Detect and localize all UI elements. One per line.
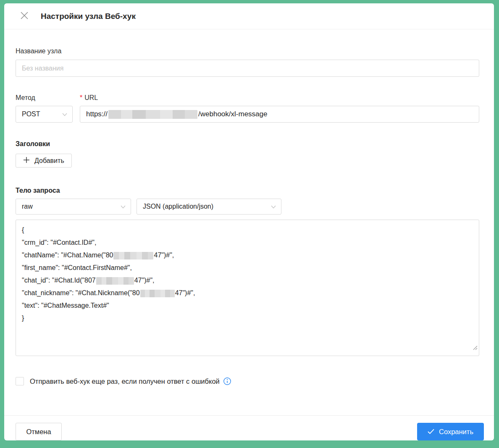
url-label: *URL [80, 94, 479, 102]
dialog-header: Настройки узла Веб-хук [4, 3, 494, 29]
node-name-label: Название узла [16, 47, 479, 55]
method-select[interactable]: POST [16, 106, 73, 123]
chevron-down-icon [62, 110, 67, 118]
content-type-select[interactable]: JSON (application/json) [137, 199, 281, 215]
url-column: *URL https:///webhook/xl-message [80, 94, 479, 123]
dialog-footer: Отмена Сохранить [4, 416, 494, 440]
node-name-input[interactable] [16, 60, 479, 77]
body-format-select-value: raw [22, 203, 33, 210]
redacted-text [96, 277, 134, 285]
body-line: } [22, 312, 473, 325]
method-label: Метод [16, 94, 73, 102]
body-line: { [22, 224, 473, 236]
body-line: "first_name": "#Contact.FirstName#", [22, 262, 473, 274]
body-line: "crm_id": "#Contact.ID#", [22, 236, 473, 249]
resize-handle[interactable] [473, 342, 478, 354]
save-button[interactable]: Сохранить [417, 423, 484, 440]
request-body-label: Тело запроса [16, 187, 479, 194]
chevron-down-icon [121, 203, 126, 210]
body-line: "chat_nickname": "#Chat.Nickname("8047")… [22, 287, 473, 299]
body-line: "chatName": "#Chat.Name("8047")#", [22, 249, 473, 262]
plus-icon [23, 157, 30, 165]
body-format-select[interactable]: raw [16, 199, 131, 215]
redacted-text [108, 110, 197, 119]
url-value-suffix: /webhook/xl-message [198, 110, 267, 118]
dialog-content: Название узла Метод POST *URL https:///w… [4, 29, 494, 406]
add-header-button-label: Добавить [34, 157, 64, 165]
check-icon [428, 428, 434, 436]
webhook-node-settings-dialog: Настройки узла Веб-хук Название узла Мет… [4, 3, 494, 440]
body-line: "text": "#ChatMessage.Text#" [22, 299, 473, 312]
required-asterisk: * [80, 94, 82, 101]
add-header-button[interactable]: Добавить [16, 154, 72, 168]
close-button[interactable] [18, 10, 31, 23]
url-input[interactable]: https:///webhook/xl-message [80, 106, 479, 123]
retry-checkbox[interactable] [16, 377, 24, 385]
info-icon[interactable] [223, 377, 231, 385]
retry-checkbox-label: Отправить веб-хук еще раз, если получен … [30, 377, 220, 385]
close-icon [20, 11, 29, 21]
url-value-prefix: https:// [86, 110, 108, 118]
dialog-title: Настройки узла Веб-хук [41, 12, 136, 21]
save-button-label: Сохранить [439, 428, 473, 436]
cancel-button[interactable]: Отмена [16, 423, 62, 440]
redacted-text [140, 290, 175, 297]
request-body-editor[interactable]: { "crm_id": "#Contact.ID#", "chatName": … [16, 220, 479, 356]
body-format-row: raw JSON (application/json) [16, 199, 479, 215]
headers-label: Заголовки [16, 140, 479, 148]
body-line: "chat_id": "#Chat.Id("80747")#", [22, 274, 473, 287]
method-column: Метод POST [16, 94, 73, 123]
retry-option-row: Отправить веб-хук еще раз, если получен … [16, 377, 479, 385]
method-select-value: POST [22, 110, 40, 118]
chevron-down-icon [271, 203, 276, 210]
content-type-select-value: JSON (application/json) [143, 203, 213, 210]
method-url-row: Метод POST *URL https:///webhook/xl-mess… [16, 94, 479, 123]
redacted-text [113, 252, 153, 259]
